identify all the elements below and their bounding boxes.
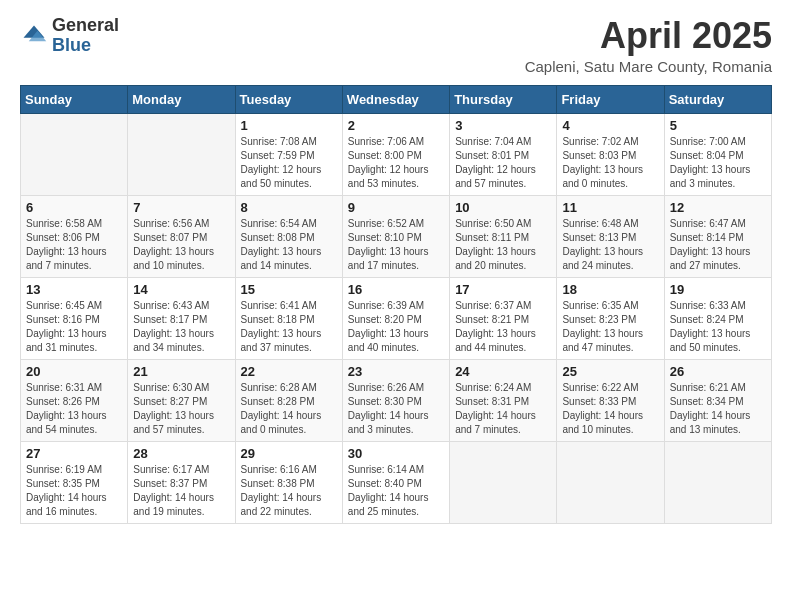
day-info: Sunrise: 7:04 AMSunset: 8:01 PMDaylight:…	[455, 135, 551, 191]
calendar-day-cell: 13Sunrise: 6:45 AMSunset: 8:16 PMDayligh…	[21, 277, 128, 359]
calendar-day-cell: 26Sunrise: 6:21 AMSunset: 8:34 PMDayligh…	[664, 359, 771, 441]
calendar-day-cell: 4Sunrise: 7:02 AMSunset: 8:03 PMDaylight…	[557, 113, 664, 195]
day-info: Sunrise: 7:08 AMSunset: 7:59 PMDaylight:…	[241, 135, 337, 191]
calendar-day-cell: 30Sunrise: 6:14 AMSunset: 8:40 PMDayligh…	[342, 441, 449, 523]
calendar-day-cell: 7Sunrise: 6:56 AMSunset: 8:07 PMDaylight…	[128, 195, 235, 277]
day-info: Sunrise: 6:24 AMSunset: 8:31 PMDaylight:…	[455, 381, 551, 437]
day-number: 17	[455, 282, 551, 297]
calendar-day-cell: 2Sunrise: 7:06 AMSunset: 8:00 PMDaylight…	[342, 113, 449, 195]
calendar-day-cell: 27Sunrise: 6:19 AMSunset: 8:35 PMDayligh…	[21, 441, 128, 523]
day-number: 19	[670, 282, 766, 297]
day-number: 5	[670, 118, 766, 133]
day-number: 12	[670, 200, 766, 215]
day-info: Sunrise: 6:28 AMSunset: 8:28 PMDaylight:…	[241, 381, 337, 437]
calendar-day-cell: 18Sunrise: 6:35 AMSunset: 8:23 PMDayligh…	[557, 277, 664, 359]
day-number: 18	[562, 282, 658, 297]
day-number: 11	[562, 200, 658, 215]
page-header: General Blue April 2025 Capleni, Satu Ma…	[20, 16, 772, 75]
day-info: Sunrise: 6:48 AMSunset: 8:13 PMDaylight:…	[562, 217, 658, 273]
calendar-day-cell: 6Sunrise: 6:58 AMSunset: 8:06 PMDaylight…	[21, 195, 128, 277]
day-number: 15	[241, 282, 337, 297]
day-info: Sunrise: 6:56 AMSunset: 8:07 PMDaylight:…	[133, 217, 229, 273]
day-number: 23	[348, 364, 444, 379]
calendar-day-cell	[450, 441, 557, 523]
day-info: Sunrise: 7:06 AMSunset: 8:00 PMDaylight:…	[348, 135, 444, 191]
logo-general: General	[52, 15, 119, 35]
day-info: Sunrise: 6:17 AMSunset: 8:37 PMDaylight:…	[133, 463, 229, 519]
day-number: 30	[348, 446, 444, 461]
day-info: Sunrise: 6:43 AMSunset: 8:17 PMDaylight:…	[133, 299, 229, 355]
day-of-week-header: Thursday	[450, 85, 557, 113]
day-info: Sunrise: 6:33 AMSunset: 8:24 PMDaylight:…	[670, 299, 766, 355]
day-number: 8	[241, 200, 337, 215]
day-number: 7	[133, 200, 229, 215]
calendar-day-cell	[21, 113, 128, 195]
logo-blue: Blue	[52, 35, 91, 55]
day-number: 1	[241, 118, 337, 133]
day-number: 24	[455, 364, 551, 379]
day-number: 6	[26, 200, 122, 215]
day-number: 2	[348, 118, 444, 133]
calendar-day-cell	[128, 113, 235, 195]
calendar-day-cell: 21Sunrise: 6:30 AMSunset: 8:27 PMDayligh…	[128, 359, 235, 441]
logo-text: General Blue	[52, 16, 119, 56]
day-number: 26	[670, 364, 766, 379]
day-of-week-header: Saturday	[664, 85, 771, 113]
day-number: 27	[26, 446, 122, 461]
logo: General Blue	[20, 16, 119, 56]
day-number: 22	[241, 364, 337, 379]
calendar-day-cell: 23Sunrise: 6:26 AMSunset: 8:30 PMDayligh…	[342, 359, 449, 441]
day-info: Sunrise: 6:47 AMSunset: 8:14 PMDaylight:…	[670, 217, 766, 273]
calendar-day-cell: 19Sunrise: 6:33 AMSunset: 8:24 PMDayligh…	[664, 277, 771, 359]
day-info: Sunrise: 6:30 AMSunset: 8:27 PMDaylight:…	[133, 381, 229, 437]
calendar-day-cell: 11Sunrise: 6:48 AMSunset: 8:13 PMDayligh…	[557, 195, 664, 277]
day-of-week-header: Friday	[557, 85, 664, 113]
calendar-header-row: SundayMondayTuesdayWednesdayThursdayFrid…	[21, 85, 772, 113]
calendar-week-row: 20Sunrise: 6:31 AMSunset: 8:26 PMDayligh…	[21, 359, 772, 441]
day-number: 13	[26, 282, 122, 297]
day-info: Sunrise: 6:19 AMSunset: 8:35 PMDaylight:…	[26, 463, 122, 519]
calendar-week-row: 6Sunrise: 6:58 AMSunset: 8:06 PMDaylight…	[21, 195, 772, 277]
day-info: Sunrise: 6:26 AMSunset: 8:30 PMDaylight:…	[348, 381, 444, 437]
calendar-day-cell	[557, 441, 664, 523]
calendar-day-cell: 20Sunrise: 6:31 AMSunset: 8:26 PMDayligh…	[21, 359, 128, 441]
day-info: Sunrise: 6:14 AMSunset: 8:40 PMDaylight:…	[348, 463, 444, 519]
calendar-day-cell: 16Sunrise: 6:39 AMSunset: 8:20 PMDayligh…	[342, 277, 449, 359]
calendar-day-cell: 12Sunrise: 6:47 AMSunset: 8:14 PMDayligh…	[664, 195, 771, 277]
month-year-title: April 2025	[525, 16, 772, 56]
location-subtitle: Capleni, Satu Mare County, Romania	[525, 58, 772, 75]
day-number: 25	[562, 364, 658, 379]
calendar-week-row: 13Sunrise: 6:45 AMSunset: 8:16 PMDayligh…	[21, 277, 772, 359]
day-of-week-header: Wednesday	[342, 85, 449, 113]
calendar-week-row: 27Sunrise: 6:19 AMSunset: 8:35 PMDayligh…	[21, 441, 772, 523]
calendar-day-cell: 9Sunrise: 6:52 AMSunset: 8:10 PMDaylight…	[342, 195, 449, 277]
day-info: Sunrise: 6:39 AMSunset: 8:20 PMDaylight:…	[348, 299, 444, 355]
calendar-table: SundayMondayTuesdayWednesdayThursdayFrid…	[20, 85, 772, 524]
calendar-day-cell: 10Sunrise: 6:50 AMSunset: 8:11 PMDayligh…	[450, 195, 557, 277]
day-number: 28	[133, 446, 229, 461]
day-number: 10	[455, 200, 551, 215]
day-number: 4	[562, 118, 658, 133]
calendar-day-cell	[664, 441, 771, 523]
day-number: 21	[133, 364, 229, 379]
calendar-day-cell: 24Sunrise: 6:24 AMSunset: 8:31 PMDayligh…	[450, 359, 557, 441]
day-info: Sunrise: 6:41 AMSunset: 8:18 PMDaylight:…	[241, 299, 337, 355]
day-of-week-header: Tuesday	[235, 85, 342, 113]
calendar-day-cell: 17Sunrise: 6:37 AMSunset: 8:21 PMDayligh…	[450, 277, 557, 359]
day-info: Sunrise: 6:54 AMSunset: 8:08 PMDaylight:…	[241, 217, 337, 273]
day-info: Sunrise: 6:35 AMSunset: 8:23 PMDaylight:…	[562, 299, 658, 355]
calendar-day-cell: 14Sunrise: 6:43 AMSunset: 8:17 PMDayligh…	[128, 277, 235, 359]
calendar-day-cell: 5Sunrise: 7:00 AMSunset: 8:04 PMDaylight…	[664, 113, 771, 195]
day-info: Sunrise: 6:52 AMSunset: 8:10 PMDaylight:…	[348, 217, 444, 273]
calendar-day-cell: 25Sunrise: 6:22 AMSunset: 8:33 PMDayligh…	[557, 359, 664, 441]
day-info: Sunrise: 6:45 AMSunset: 8:16 PMDaylight:…	[26, 299, 122, 355]
day-info: Sunrise: 6:31 AMSunset: 8:26 PMDaylight:…	[26, 381, 122, 437]
calendar-day-cell: 22Sunrise: 6:28 AMSunset: 8:28 PMDayligh…	[235, 359, 342, 441]
day-info: Sunrise: 6:22 AMSunset: 8:33 PMDaylight:…	[562, 381, 658, 437]
calendar-day-cell: 3Sunrise: 7:04 AMSunset: 8:01 PMDaylight…	[450, 113, 557, 195]
day-of-week-header: Sunday	[21, 85, 128, 113]
day-number: 20	[26, 364, 122, 379]
day-info: Sunrise: 6:50 AMSunset: 8:11 PMDaylight:…	[455, 217, 551, 273]
day-number: 3	[455, 118, 551, 133]
calendar-day-cell: 8Sunrise: 6:54 AMSunset: 8:08 PMDaylight…	[235, 195, 342, 277]
